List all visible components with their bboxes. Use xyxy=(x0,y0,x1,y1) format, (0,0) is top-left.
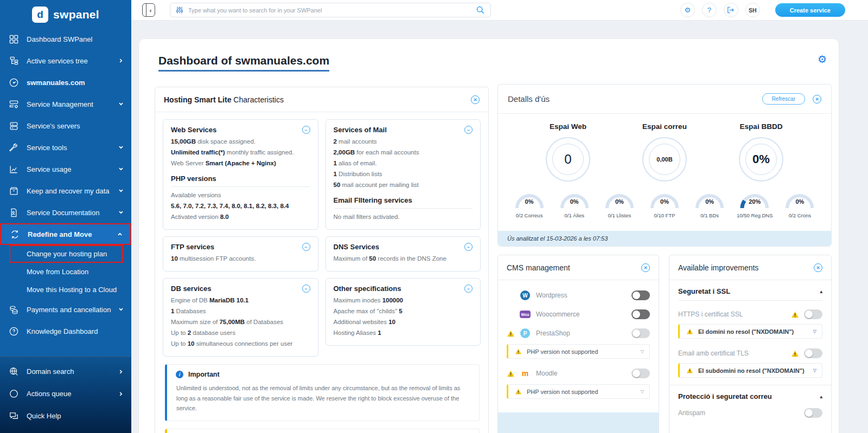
sidebar-item-services-servers[interactable]: Service's servers xyxy=(0,115,131,137)
spec-line: Unlimited traffic(*) monthly traffic ass… xyxy=(171,149,310,156)
email-tls-toggle[interactable] xyxy=(804,348,822,358)
mail-services-title: Services of Mail xyxy=(334,126,465,134)
sidebar-item-service-management[interactable]: Service Management xyxy=(0,93,131,115)
search-input[interactable] xyxy=(188,7,471,14)
spec-line: 1 Databases xyxy=(171,308,310,314)
collapse-section-icon[interactable]: − xyxy=(302,126,310,134)
sidebar-item-keep-recover-data[interactable]: Keep and recover my data xyxy=(0,180,131,202)
subdomain-not-resolve-warning[interactable]: El subdomini no resol ("NXDOMAIN") ▽ xyxy=(678,363,822,378)
collapse-section-icon[interactable]: − xyxy=(464,243,473,251)
sidebar-item-active-services-tree[interactable]: Active services tree xyxy=(0,50,131,72)
logo-glyph: d xyxy=(37,9,43,21)
queue-circle-icon xyxy=(8,389,20,399)
settings-gear-button[interactable]: ⚙ xyxy=(680,3,695,17)
redefine-rotate-icon xyxy=(9,229,21,240)
swpanel-logo-text: swpanel xyxy=(53,8,99,21)
improvements-header: Available improvements ✕ xyxy=(669,255,831,280)
close-icon: ✕ xyxy=(815,96,819,102)
antispam-toggle[interactable] xyxy=(804,408,822,418)
crons-gauge: 0% 0/2 Crons xyxy=(777,191,822,218)
web-space-gauge: Espai Web 0 xyxy=(546,122,590,182)
sidebar-item-dashboard-swpanel[interactable]: Dashboard SWPanel xyxy=(0,28,131,50)
woocommerce-toggle[interactable] xyxy=(631,309,650,319)
mail-protection-section-header[interactable]: Protecció i seguretat correu ▴ xyxy=(678,385,822,403)
sidebar-item-knowledge-dashboard[interactable]: Knowledge Dashboard xyxy=(0,320,131,342)
sidebar-item-service-tools[interactable]: Service tools xyxy=(0,137,131,158)
chart-icon xyxy=(8,164,20,175)
sidebar-item-domain-search[interactable]: Domain search xyxy=(0,360,131,383)
logout-icon xyxy=(727,7,735,14)
warning-icon xyxy=(507,370,515,377)
help-button[interactable]: ? xyxy=(702,3,717,17)
sidebar-subitem-change-hosting-plan[interactable]: Change your hosting plan xyxy=(9,245,123,263)
sidebar-item-swmanuales[interactable]: swmanuales.com xyxy=(0,72,131,93)
sidebar-item-redefine-and-move[interactable]: Redefine and Move xyxy=(0,223,131,245)
swpanel-logo[interactable]: d swpanel xyxy=(0,0,131,28)
important-body: Unlimited is understood, not as the remo… xyxy=(176,383,469,413)
security-ssl-section-header[interactable]: Seguretat i SSL ▴ xyxy=(678,287,822,301)
collapse-card-icon[interactable]: ✕ xyxy=(471,95,480,104)
sidebar-item-service-documentation[interactable]: Service Documentation xyxy=(0,202,131,223)
sidebar-collapse-button[interactable]: ‹ xyxy=(142,3,155,17)
email-filtering-heading: Email FIltering services xyxy=(334,196,473,209)
cms-row-woocommerce: Woo Woocommerce xyxy=(507,306,650,322)
collapse-section-icon[interactable]: − xyxy=(464,285,473,293)
collapse-section-icon[interactable]: − xyxy=(302,243,310,251)
dashboard-settings-gear-icon[interactable]: ⚙ xyxy=(818,53,827,66)
collapse-section-icon[interactable]: − xyxy=(302,285,310,293)
chevron-up-icon: ▴ xyxy=(820,394,822,399)
domain-not-resolve-warning[interactable]: El domini no resol ("NXDOMAIN") ▽ xyxy=(678,324,822,339)
create-service-button[interactable]: Create service xyxy=(775,3,845,17)
chevron-right-icon xyxy=(118,58,124,63)
minus-icon: − xyxy=(304,127,307,133)
sidebar-item-actions-queue[interactable]: Actions queue xyxy=(0,383,131,405)
collapse-section-icon[interactable]: − xyxy=(464,126,473,134)
user-avatar[interactable]: SH xyxy=(745,3,760,17)
dns-services-title: DNS Services xyxy=(334,243,465,251)
wordpress-toggle[interactable] xyxy=(631,290,650,300)
refresh-button[interactable]: Refrescar xyxy=(762,93,805,105)
dns-records-gauge: 20% 10/50 Reg.DNS xyxy=(732,191,777,218)
db-space-gauge: Espai BBDD 0% xyxy=(739,122,783,182)
web-services-title: Web Services xyxy=(171,126,302,134)
spec-line: 10 multisession FTP accounts. xyxy=(171,255,310,262)
collapse-card-icon[interactable]: ✕ xyxy=(813,95,821,104)
chevron-up-icon xyxy=(117,231,123,237)
content-panel: Dashboard of swmanuales.com ⚙ Hosting Sm… xyxy=(139,39,839,433)
available-improvements-card: Available improvements ✕ Seguretat i SSL… xyxy=(669,255,832,433)
chevron-down-icon: ▽ xyxy=(641,349,644,354)
collapse-card-icon[interactable]: ✕ xyxy=(814,263,822,272)
dashboard-icon xyxy=(8,34,20,44)
sidebar-subitem-move-hosting-to-cloud[interactable]: Move this Hosting to a Cloud xyxy=(0,281,131,299)
sidebar-item-quick-help[interactable]: Quick Help xyxy=(0,405,131,427)
globe-search-icon xyxy=(8,366,20,377)
usage-details-card: Detalls d'ús Refrescar ✕ Espai Web 0 Esp… xyxy=(497,84,832,247)
cms-title: CMS management xyxy=(507,263,641,272)
sidebar-item-service-usage[interactable]: Service usage xyxy=(0,158,131,180)
important-title: Important xyxy=(188,371,220,378)
improvements-title: Available improvements xyxy=(678,263,814,272)
avatar-initials: SH xyxy=(749,7,757,14)
spec-line: Maximum inodes 100000 xyxy=(334,297,473,303)
chevron-right-icon xyxy=(118,391,124,397)
php-versions-heading: PHP versions xyxy=(171,175,310,187)
document-person-icon xyxy=(8,208,20,218)
https-ssl-toggle[interactable] xyxy=(804,309,822,319)
sidebar-item-payments-cancellation[interactable]: Payments and cancellation xyxy=(0,299,131,320)
ftp-services-card: FTP services − 10 multisession FTP accou… xyxy=(163,236,318,272)
warning-icon xyxy=(507,330,515,337)
search-icon[interactable] xyxy=(476,5,485,15)
prestashop-toggle[interactable] xyxy=(631,328,650,338)
moodle-toggle[interactable] xyxy=(631,369,650,378)
lists-gauge: 0% 0/1 Llistes xyxy=(597,191,642,218)
collapse-card-icon[interactable]: ✕ xyxy=(641,263,650,272)
gauge-icon xyxy=(8,77,20,88)
prestashop-php-warning[interactable]: PHP version not supported ▽ xyxy=(507,344,650,359)
page-title: Dashboard of swmanuales.com xyxy=(158,54,329,72)
sidebar-subitem-move-from-location[interactable]: Move from Location xyxy=(0,263,131,281)
moodle-logo-icon: m xyxy=(520,370,531,377)
tree-icon xyxy=(8,56,20,66)
moodle-php-warning[interactable]: PHP version not supported ▽ xyxy=(507,384,650,399)
logout-button[interactable] xyxy=(724,3,738,17)
sidebar: d swpanel Dashboard SWPanel Active servi… xyxy=(0,0,131,433)
